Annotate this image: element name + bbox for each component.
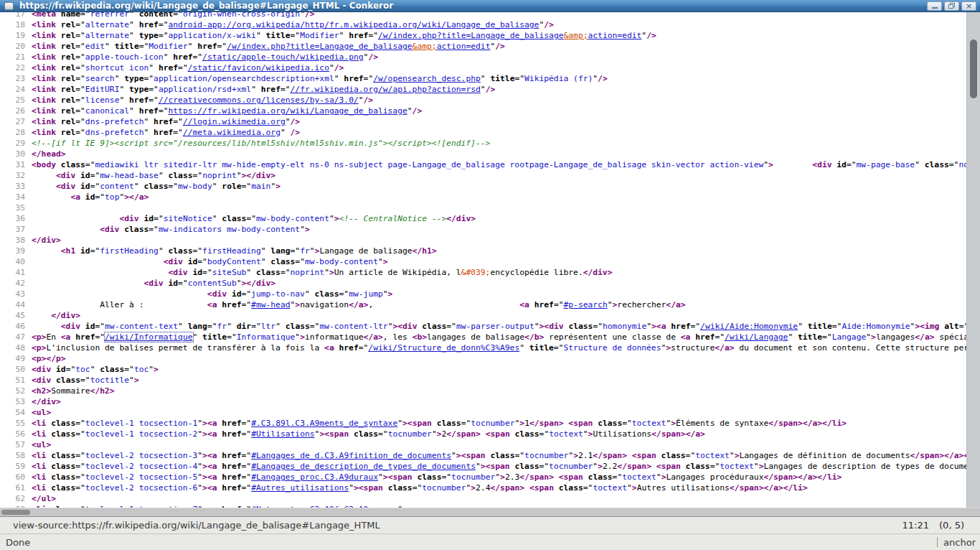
source-link[interactable]: #Langages_proc.C3.A9duraux [251, 472, 378, 482]
source-token: =" [583, 483, 593, 493]
source-link[interactable]: #Utilisations [251, 429, 314, 439]
source-token: =" [149, 85, 159, 94]
source-token: </div> [246, 171, 275, 180]
close-icon: × [966, 2, 972, 10]
source-token: /> [486, 85, 496, 94]
source-link[interactable]: /static/apple-touch/wikipedia.png [202, 52, 363, 62]
source-link[interactable]: #.C3.89l.C3.A9ments_de_syntaxe [251, 419, 397, 428]
source-token: Éléments de syntaxe [676, 419, 768, 428]
source-line: 55<li class="toclevel-1 tocsection-1"><a… [0, 418, 980, 429]
source-token: </a> [666, 300, 685, 309]
source-token: rel [61, 52, 75, 62]
source-token: <span [388, 472, 413, 482]
source-token: =" [251, 322, 261, 331]
source-token: Aide:Homonymie [842, 322, 910, 331]
source-link[interactable]: /wiki/Structure_de_donn%C3%A9es [368, 343, 519, 353]
source-token: " [329, 214, 334, 223]
source-token [32, 268, 168, 277]
source-link[interactable]: //fr.wikipedia.org/w/api.php?action=rsd [291, 85, 481, 94]
source-link[interactable]: //meta.wikimedia.org [183, 128, 281, 137]
line-number: 38 [0, 235, 25, 246]
source-link[interactable]: #p-search [563, 300, 607, 309]
source-link[interactable]: #mw-head [251, 300, 290, 309]
horizontal-scrollbar[interactable] [0, 508, 980, 516]
source-link[interactable]: /wiki/Informatique [105, 332, 192, 342]
source-token: =" [75, 483, 85, 493]
source-token: </h1> [413, 246, 437, 256]
source-token: =" [242, 419, 252, 428]
source-link[interactable]: /wiki/Langage [725, 332, 788, 342]
source-token [32, 311, 51, 320]
vertical-scrollbar[interactable] [966, 12, 980, 508]
source-token: </span> [529, 419, 564, 428]
source-token: =" [368, 31, 378, 40]
source-token: toclevel-2 tocsection-3 [85, 451, 197, 460]
source-token: <div [56, 171, 75, 180]
source-token: =" [242, 483, 252, 493]
source-line: 39 <h1 id="firstHeading" class="firstHea… [0, 246, 980, 256]
source-link[interactable]: /w/index.php?title=Langage_de_balisage [227, 42, 412, 51]
source-token: " [129, 20, 139, 29]
vertical-scrollbar-thumb[interactable] [970, 39, 977, 98]
close-button[interactable]: × [961, 1, 976, 11]
source-token: type [124, 74, 143, 83]
source-token [554, 483, 559, 493]
source-line: 51<div class="toctitle"> [0, 375, 980, 386]
minimize-button[interactable] [927, 1, 942, 11]
source-token: Wikipédia (fr) [524, 74, 593, 83]
source-link[interactable]: /static/favicon/wikipedia.ico [188, 63, 329, 73]
source-token: <link [32, 106, 56, 116]
source-token: <link [32, 74, 56, 83]
source-token: href [129, 95, 149, 105]
source-token: =" [242, 472, 252, 482]
source-token: " [227, 322, 237, 331]
source-token: edit [85, 42, 105, 51]
source-link[interactable]: https://fr.wikipedia.org/wiki/Langage_de… [169, 106, 407, 116]
source-line: 32 <div id="mw-head-base" class="noprint… [0, 170, 980, 181]
line-number: 31 [0, 159, 25, 170]
source-link[interactable]: #Langages_de_d.C3.A9finition_de_document… [251, 451, 451, 460]
source-line: 52<h2>Sommaire</h2> [0, 386, 980, 396]
source-link[interactable]: action=edit [588, 31, 642, 40]
horizontal-scrollbar-thumb[interactable] [1, 510, 30, 515]
source-token: /> [305, 12, 315, 19]
source-token: > [354, 483, 359, 493]
source-token: <a [61, 332, 71, 342]
source-token: mw-parser-output [456, 322, 534, 331]
source-line: 24<link rel="EditURI" type="application/… [0, 84, 980, 95]
source-token: " [251, 85, 261, 94]
source-token: Utilisations [593, 429, 651, 439]
restore-button[interactable] [944, 1, 959, 11]
source-link[interactable]: #Autres_utilisations [251, 483, 349, 493]
source-token: /> [646, 31, 656, 40]
source-token: fr [217, 322, 227, 331]
source-link[interactable]: /w/opensearch_desc.php [373, 74, 481, 83]
source-token: " [627, 483, 632, 493]
source-link[interactable]: /w/index.php?title=Langage_de_balisage [378, 31, 563, 40]
source-token: =" [613, 472, 623, 482]
source-line: 33 <div id="content" class="mw-body" rol… [0, 181, 980, 192]
source-link[interactable]: &amp; [413, 42, 437, 51]
source-token: id [80, 246, 90, 256]
source-link[interactable]: &amp; [563, 31, 588, 40]
source-line: 46 <div id="mw-content-text" lang="fr" d… [0, 321, 980, 332]
source-link[interactable]: action=edit [437, 42, 491, 51]
source-link[interactable]: //creativecommons.org/licenses/by-sa/3.0… [159, 95, 359, 105]
source-token: =" [281, 85, 291, 94]
source-token: </a> [915, 332, 934, 342]
source-token: =" [173, 12, 183, 19]
source-link[interactable]: #Langages_de_description_de_types_de_doc… [251, 462, 476, 471]
source-link[interactable]: /wiki/Aide:Homonymie [700, 322, 798, 331]
line-number: 43 [0, 289, 25, 299]
source-token: rel [61, 42, 75, 51]
source-token: href [222, 483, 241, 493]
line-number: 57 [0, 439, 25, 450]
source-token: application/rsd+xml [159, 85, 251, 94]
line-number: 33 [0, 181, 25, 192]
source-token: dns-prefetch [85, 117, 144, 126]
source-link[interactable]: //login.wikimedia.org [183, 117, 286, 126]
source-view[interactable]: 17<meta name="referrer" content="origin-… [0, 12, 980, 508]
source-token: class [388, 483, 413, 493]
source-token: </span> [491, 483, 525, 493]
source-link[interactable]: android-app://org.wikipedia/http/fr.m.wi… [169, 20, 540, 29]
